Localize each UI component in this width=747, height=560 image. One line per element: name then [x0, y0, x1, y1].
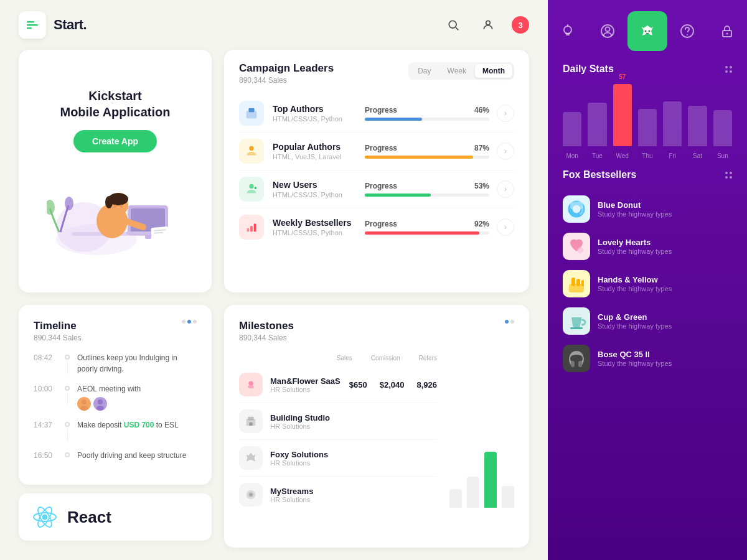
create-app-button[interactable]: Create App	[73, 130, 157, 152]
fbs-dot-1	[725, 172, 728, 174]
bs-name-cup-green: Cup & Green	[598, 312, 732, 322]
ms-bar-1	[449, 489, 462, 508]
ms-refers-value: 8,926	[416, 380, 437, 390]
weekly-bestsellers-progress-label: Progress92%	[365, 220, 489, 228]
dots-row-2	[725, 70, 732, 73]
new-users-tech: HTML/CSS/JS, Python	[273, 191, 365, 198]
bs-name-lovely-hearts: Lovely Hearts	[598, 238, 732, 247]
bar-sat-day: Sat	[693, 152, 702, 159]
daily-stats-title: Daily Stats	[563, 63, 614, 75]
nav-lock[interactable]	[707, 11, 747, 51]
bs-name-bose: Bose QC 35 II	[598, 350, 732, 359]
svg-point-52	[649, 30, 651, 32]
ms-stat-refers: 8,926	[416, 380, 437, 390]
bar-thu-shape	[638, 109, 657, 146]
svg-point-3	[449, 21, 456, 28]
top-authors-arrow[interactable]: ›	[497, 105, 514, 122]
nav-question[interactable]	[667, 11, 707, 51]
svg-point-37	[42, 515, 48, 520]
svg-rect-25	[248, 108, 254, 112]
bar-fri-shape	[663, 101, 682, 146]
top-authors-progress: Progress46%	[365, 106, 489, 121]
weekly-bestsellers-arrow[interactable]: ›	[497, 218, 514, 236]
weekly-bestsellers-progress: Progress92%	[365, 220, 489, 235]
bar-tue-day: Tue	[592, 152, 603, 159]
top-authors-progress-label: Progress46%	[365, 106, 489, 114]
timeline-title-group: Timeline 890,344 Sales	[34, 320, 82, 342]
react-banner: React	[19, 493, 212, 541]
timeline-card: Timeline 890,344 Sales 08:42	[19, 305, 212, 485]
notification-badge[interactable]: 3	[512, 16, 529, 34]
new-users-info: New Users HTML/CSS/JS, Python	[273, 180, 365, 198]
fox-bestsellers-menu[interactable]	[725, 172, 732, 179]
top-authors-icon	[239, 101, 264, 126]
nav-bulb[interactable]	[548, 11, 588, 51]
svg-point-5	[486, 21, 491, 25]
bs-sub-blue-donut: Study the highway types	[598, 210, 732, 218]
timeline-items: 08:42 Outlines keep you Indulging in poo…	[34, 352, 197, 461]
weekly-bestsellers-progress-fill	[365, 231, 479, 235]
nav-user-circle[interactable]	[588, 11, 627, 51]
fbs-dot-4	[730, 176, 732, 179]
daily-stats-menu[interactable]	[725, 66, 732, 73]
building-studio-info: Building Studio HR Solutions	[270, 413, 437, 430]
timeline-item-4: 16:50 Poorly driving and keep structure	[34, 450, 197, 461]
bar-sun: 0 Sun	[713, 100, 732, 159]
bar-thu-day: Thu	[642, 152, 652, 159]
dots-dot-3	[725, 70, 728, 73]
svg-rect-59	[570, 202, 583, 209]
svg-rect-64	[581, 280, 584, 286]
popular-authors-progress-bar-bg	[365, 156, 489, 159]
bar-wed: 57 Wed	[613, 73, 632, 159]
avatar-1	[77, 397, 91, 411]
building-studio-name: Building Studio	[270, 413, 437, 422]
svg-rect-62	[571, 278, 575, 286]
daily-stats-section: Daily Stats 0 Mon 0	[548, 51, 747, 159]
nav-fox[interactable]	[627, 11, 667, 51]
new-users-progress-bar-bg	[365, 194, 489, 197]
campaign-row-new-users: New Users HTML/CSS/JS, Python Progress53…	[239, 170, 514, 208]
timeline-dot-3	[65, 422, 70, 427]
popular-authors-arrow[interactable]: ›	[497, 142, 514, 160]
mystreams-icon	[239, 483, 263, 506]
ms-stat-sales: $650	[349, 380, 367, 390]
dots-dot-4	[730, 70, 732, 73]
time-tabs: Day Week Month	[408, 62, 514, 80]
tab-week[interactable]: Week	[440, 64, 474, 78]
campaign-title: Campaign Leaders	[239, 62, 334, 75]
sidebar-nav	[548, 0, 747, 51]
bs-sub-lovely-hearts: Study the highway types	[598, 248, 732, 255]
search-icon[interactable]	[442, 14, 464, 36]
dots-dot-1	[725, 66, 728, 68]
weekly-bestsellers-info: Weekly Bestsellers HTML/CSS/JS, Python	[273, 218, 365, 236]
popular-authors-info: Popular Authors HTML, VueJS, Laravel	[273, 142, 365, 161]
ms-sales-value: $650	[349, 380, 367, 390]
brand-name: Start.	[54, 17, 87, 33]
new-users-icon	[239, 177, 264, 202]
weekly-bestsellers-progress-bar-bg	[365, 231, 489, 235]
tab-day[interactable]: Day	[410, 64, 438, 78]
svg-point-26	[249, 146, 253, 151]
popular-authors-progress: Progress87%	[365, 144, 489, 159]
svg-point-34	[80, 406, 88, 411]
bs-sub-hands-yellow: Study the highway types	[598, 285, 732, 292]
tab-month[interactable]: Month	[475, 64, 512, 78]
milestone-row-building-studio: Building Studio HR Solutions	[239, 403, 437, 440]
timeline-line-1	[67, 362, 68, 374]
svg-rect-0	[27, 21, 34, 23]
fbs-dot-3	[725, 176, 728, 179]
popular-authors-icon	[239, 139, 264, 164]
timeline-item-3: 14:37 Make deposit USD 700 to ESL	[34, 419, 197, 441]
timeline-time-3: 14:37	[34, 421, 57, 429]
dots-row-1	[725, 66, 732, 68]
svg-point-16	[105, 196, 113, 208]
top-authors-name: Top Authors	[273, 104, 365, 114]
foxy-name: Foxy Solutions	[270, 450, 437, 459]
new-users-arrow[interactable]: ›	[497, 180, 514, 198]
dots-dot-2	[730, 66, 732, 68]
svg-rect-2	[27, 27, 32, 29]
svg-point-47	[250, 493, 252, 496]
timeline-content-1: Outlines keep you Indulging in poorly dr…	[77, 352, 197, 375]
bar-tue-shape	[588, 103, 606, 146]
user-icon[interactable]	[477, 14, 499, 36]
